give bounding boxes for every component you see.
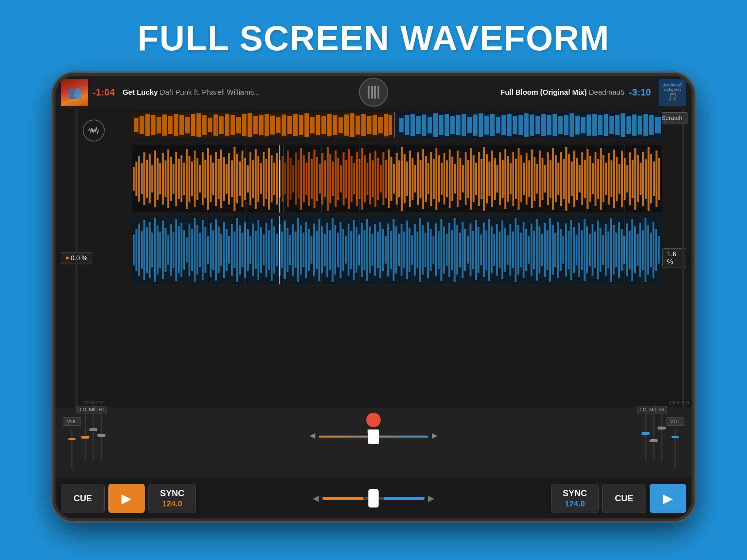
svg-rect-290 [647, 147, 649, 211]
svg-rect-363 [273, 226, 275, 273]
svg-rect-205 [422, 149, 424, 209]
hi-fader-right[interactable]: HI [661, 414, 662, 472]
svg-rect-32 [310, 117, 314, 133]
svg-rect-89 [632, 114, 636, 136]
svg-rect-337 [204, 227, 206, 273]
svg-rect-389 [342, 229, 344, 271]
svg-rect-201 [411, 158, 413, 200]
mid-fader-right[interactable]: MID [653, 414, 654, 472]
crossfader-bottom[interactable] [322, 497, 425, 500]
svg-rect-478 [578, 223, 580, 277]
mid-knob-left [89, 428, 97, 431]
svg-rect-416 [414, 224, 416, 276]
svg-rect-322 [165, 228, 166, 272]
low-fader-right[interactable]: LOW [645, 414, 646, 472]
svg-rect-24 [265, 114, 269, 136]
svg-rect-487 [602, 235, 604, 265]
tempo-slider-right[interactable] [682, 109, 684, 407]
svg-rect-405 [385, 236, 387, 264]
svg-rect-77 [564, 115, 568, 135]
svg-rect-263 [576, 158, 578, 200]
page-title: FULL SCREEN WAVEFORM [137, 18, 609, 58]
svg-rect-424 [435, 223, 437, 276]
vol-label-right: VOL [666, 417, 684, 426]
hi-fader-left[interactable]: HI [101, 414, 102, 472]
sync-block-right[interactable]: SYNC 124.0 [551, 484, 599, 513]
svg-rect-186 [372, 160, 374, 197]
play-icon-right: ▶ [663, 491, 673, 506]
svg-rect-190 [382, 152, 384, 205]
low-fader-left[interactable]: LOW [85, 414, 86, 472]
svg-rect-364 [276, 234, 278, 266]
svg-rect-393 [353, 220, 355, 280]
svg-rect-351 [241, 233, 243, 267]
svg-rect-169 [327, 147, 329, 211]
svg-rect-157 [295, 152, 297, 205]
svg-rect-187 [375, 151, 376, 207]
svg-rect-378 [313, 223, 315, 276]
svg-rect-403 [379, 222, 381, 278]
svg-rect-170 [329, 154, 331, 203]
svg-rect-462 [536, 219, 538, 281]
svg-rect-156 [292, 165, 294, 192]
svg-rect-28 [287, 116, 292, 134]
svg-rect-153 [285, 163, 286, 194]
svg-rect-501 [639, 223, 641, 277]
hi-track-left [101, 414, 102, 461]
svg-rect-410 [398, 234, 400, 266]
svg-rect-359 [263, 234, 264, 265]
svg-rect-392 [350, 231, 352, 269]
play-button-left[interactable]: ▶ [108, 484, 145, 513]
waveform-icon[interactable] [83, 120, 105, 141]
svg-rect-199 [406, 162, 408, 196]
cue-button-right[interactable]: CUE [602, 484, 646, 513]
svg-rect-240 [515, 159, 517, 199]
play-button-right[interactable]: ▶ [650, 484, 686, 513]
svg-rect-448 [499, 232, 500, 268]
svg-rect-15 [213, 114, 218, 136]
svg-rect-340 [212, 230, 214, 270]
svg-rect-273 [603, 155, 604, 202]
svg-rect-430 [451, 230, 453, 270]
crossfader[interactable]: ◀ ▶ [319, 435, 428, 438]
svg-rect-19 [236, 117, 241, 133]
vol-fader-right[interactable]: VOL [666, 414, 684, 472]
svg-rect-231 [491, 151, 493, 207]
svg-rect-142 [255, 149, 256, 209]
svg-rect-22 [253, 116, 258, 134]
svg-rect-55 [439, 115, 443, 135]
svg-rect-130 [223, 157, 225, 201]
svg-rect-48 [399, 118, 403, 132]
cue-button-left[interactable]: CUE [61, 484, 105, 513]
svg-rect-226 [478, 152, 480, 206]
svg-rect-435 [464, 229, 466, 271]
cf-right-arrow-icon: ▶ [428, 494, 434, 503]
svg-rect-135 [236, 154, 238, 203]
svg-rect-477 [576, 234, 577, 265]
vol-fader-left[interactable]: VOL [63, 414, 81, 472]
svg-rect-65 [496, 117, 500, 133]
svg-rect-440 [477, 227, 479, 273]
svg-rect-107 [162, 153, 164, 205]
vol-handle-right [671, 436, 679, 438]
svg-rect-371 [295, 232, 297, 268]
svg-rect-269 [592, 163, 594, 194]
sync-label-left: SYNC [160, 488, 185, 498]
svg-rect-200 [409, 151, 411, 207]
svg-rect-261 [571, 162, 573, 196]
sync-block-left[interactable]: SYNC 124.0 [148, 484, 196, 513]
cf-bottom-handle [368, 489, 379, 508]
track-name-right: Full Bloom (Original Mix) Deadmau5 [500, 88, 624, 97]
sync-bpm-right: 124.0 [565, 499, 585, 509]
svg-rect-376 [308, 229, 310, 271]
svg-rect-11 [191, 114, 195, 136]
svg-rect-325 [173, 232, 174, 268]
svg-rect-255 [555, 155, 557, 202]
track-time-left: -1:04 [93, 87, 118, 98]
svg-rect-330 [186, 237, 187, 262]
svg-rect-285 [634, 148, 636, 210]
mid-fader-left[interactable]: MID [93, 414, 94, 472]
svg-rect-117 [189, 156, 190, 202]
svg-rect-171 [332, 162, 334, 196]
svg-rect-327 [178, 226, 180, 273]
